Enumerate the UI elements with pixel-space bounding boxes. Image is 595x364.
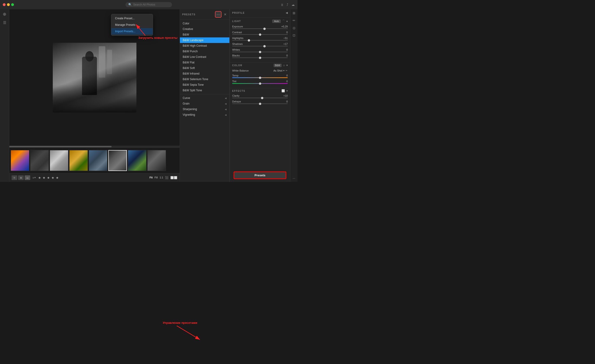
presets-list: Color Creative B&W B&W Landscape B&W Hig… bbox=[180, 20, 229, 182]
temp-track[interactable] bbox=[232, 77, 288, 78]
preset-sharpening[interactable]: Sharpening ◀ bbox=[180, 106, 229, 112]
fullscreen-button[interactable] bbox=[11, 3, 14, 6]
highlights-thumb[interactable] bbox=[248, 39, 250, 42]
grid-view-icon[interactable]: ⊞ bbox=[12, 175, 17, 180]
more-options-button[interactable]: ··· bbox=[215, 11, 221, 18]
contrast-value: 0 bbox=[286, 31, 288, 34]
highlights-track[interactable] bbox=[232, 40, 288, 41]
preset-color[interactable]: Color bbox=[180, 21, 229, 26]
clarity-track[interactable] bbox=[232, 98, 288, 98]
auto-button[interactable]: Auto bbox=[272, 20, 281, 23]
exposure-track[interactable] bbox=[232, 28, 288, 29]
filmstrip-scroll[interactable] bbox=[9, 146, 180, 147]
dehaze-track[interactable] bbox=[232, 103, 288, 104]
cloud-icon[interactable]: ☁ bbox=[291, 3, 295, 7]
temp-slider-row: Temp 0 bbox=[232, 74, 288, 78]
preset-bw-sepia[interactable]: B&W Sepia Tone bbox=[180, 82, 229, 88]
chevron-left-icon[interactable]: ◀ bbox=[286, 11, 288, 14]
contrast-thumb[interactable] bbox=[259, 34, 261, 36]
one-to-one-button[interactable]: 1:1 bbox=[160, 176, 163, 179]
single-view-icon[interactable]: ▬ bbox=[25, 175, 30, 180]
circle-icon[interactable]: ○ bbox=[283, 63, 285, 67]
preset-grain[interactable]: Grain ◀ bbox=[180, 101, 229, 106]
share-icon[interactable]: ⤴ bbox=[287, 3, 288, 7]
close-presets-button[interactable]: ✕ bbox=[223, 12, 227, 17]
create-preset-item[interactable]: Create Preset... bbox=[111, 15, 153, 21]
dehaze-thumb[interactable] bbox=[259, 103, 261, 105]
light-title: LIGHT bbox=[232, 20, 241, 22]
presets-button-container: Presets bbox=[230, 169, 290, 182]
brush-icon[interactable]: ✏ bbox=[293, 19, 295, 22]
preset-bw-low-contrast[interactable]: B&W Low Contrast bbox=[180, 54, 229, 60]
contrast-track[interactable] bbox=[232, 34, 288, 35]
eyedropper-icon[interactable]: ✒ bbox=[285, 69, 288, 72]
tint-thumb[interactable] bbox=[259, 83, 261, 85]
tint-track[interactable] bbox=[232, 83, 288, 84]
search-bar[interactable]: 🔍 bbox=[126, 2, 172, 7]
light-expand-icon[interactable]: ▾ bbox=[286, 20, 288, 23]
whites-track[interactable] bbox=[232, 52, 288, 52]
preset-bw[interactable]: B&W bbox=[180, 32, 229, 37]
adjustments-icon[interactable]: ⊞ bbox=[293, 11, 295, 15]
preset-bw-flat[interactable]: B&W Flat bbox=[180, 60, 229, 65]
preset-bw-infrared[interactable]: B&W Infrared bbox=[180, 71, 229, 77]
preset-vignetting[interactable]: Vignetting ◀ bbox=[180, 112, 229, 118]
center-content: ⊞ ▦ ▬ ≡ ▾ ★ ★ ★ ★ ★ Fit Fill 1:1 ⬛ ⬜⬜ bbox=[9, 9, 180, 182]
preset-bw-high-contrast[interactable]: B&W High Contrast bbox=[180, 43, 229, 49]
highlights-value: −51 bbox=[283, 37, 288, 40]
search-input[interactable] bbox=[133, 3, 166, 6]
preset-creative[interactable]: Creative bbox=[180, 26, 229, 32]
preset-curve[interactable]: Curve ◀ bbox=[180, 95, 229, 101]
add-icon[interactable]: ⊕ bbox=[3, 12, 6, 17]
thumbnail-2[interactable] bbox=[30, 150, 49, 171]
thumbnail-3[interactable] bbox=[50, 150, 68, 171]
square-view-icon[interactable]: ▦ bbox=[18, 175, 24, 180]
blacks-thumb[interactable] bbox=[259, 57, 261, 59]
presets-bottom-button[interactable]: Presets bbox=[234, 171, 286, 179]
manage-presets-item[interactable]: Manage Presets bbox=[111, 21, 153, 28]
fill-button[interactable]: Fill bbox=[155, 176, 158, 179]
preset-bw-split[interactable]: B&W Split Tone bbox=[180, 88, 229, 93]
import-presets-item[interactable]: Import Presets... bbox=[111, 28, 153, 35]
bw-button[interactable]: B&W bbox=[274, 64, 282, 67]
temp-thumb[interactable] bbox=[259, 77, 261, 79]
preset-bw-soft[interactable]: B&W Soft bbox=[180, 65, 229, 71]
search-icon: 🔍 bbox=[128, 3, 132, 6]
thumbnail-4[interactable] bbox=[69, 150, 88, 171]
effects-expand-icon[interactable]: ▾ bbox=[286, 89, 288, 92]
whites-thumb[interactable] bbox=[259, 51, 261, 53]
color-expand-icon[interactable]: ▾ bbox=[286, 64, 288, 67]
preset-bw-landscape[interactable]: B&W Landscape bbox=[180, 37, 229, 43]
curve-icon[interactable]: ⌒ bbox=[282, 19, 285, 23]
filter-icon[interactable]: ⧖ bbox=[281, 3, 283, 7]
heal-icon[interactable]: ◎ bbox=[293, 26, 295, 30]
close-button[interactable] bbox=[3, 3, 6, 6]
star-rating[interactable]: ★ ★ ★ ★ ★ bbox=[38, 176, 59, 180]
preset-bw-selenium[interactable]: B&W Selenium Tone bbox=[180, 77, 229, 82]
thumbnail-5[interactable] bbox=[89, 150, 107, 171]
blacks-track[interactable] bbox=[232, 57, 288, 58]
crop-tool-icon[interactable]: ⊡ bbox=[293, 34, 295, 37]
shadows-thumb[interactable] bbox=[263, 45, 266, 47]
sort-button[interactable]: ≡ ▾ bbox=[33, 176, 36, 179]
sharpening-arrow-icon: ◀ bbox=[225, 108, 227, 111]
zoom-controls: Fit Fill 1:1 ⬛ ⬜⬜ bbox=[149, 176, 177, 179]
thumbnail-8[interactable] bbox=[147, 150, 166, 171]
filmstrip-scroll-thumb[interactable] bbox=[9, 146, 112, 147]
fit-button[interactable]: Fit bbox=[149, 176, 152, 179]
compare-icon[interactable]: ⬛ bbox=[165, 176, 169, 179]
thumbnail-1[interactable] bbox=[11, 150, 29, 171]
thumbnail-7[interactable] bbox=[128, 150, 146, 171]
library-icon[interactable]: ☰ bbox=[3, 21, 6, 25]
whites-label: Whites bbox=[232, 48, 240, 51]
white-balance-dropdown[interactable]: As Shot bbox=[273, 69, 282, 72]
dots-menu-icon[interactable]: ··· bbox=[293, 176, 295, 180]
clarity-thumb[interactable] bbox=[261, 97, 263, 99]
preset-bw-punch[interactable]: B&W Punch bbox=[180, 49, 229, 54]
crop-icon[interactable]: ⬜⬜ bbox=[170, 176, 177, 179]
shadows-track[interactable] bbox=[232, 46, 288, 46]
exposure-thumb[interactable] bbox=[263, 28, 266, 30]
white-balance-value[interactable]: As Shot ▾ ✒ bbox=[273, 69, 288, 72]
minimize-button[interactable] bbox=[7, 3, 10, 6]
thumbnail-6[interactable] bbox=[108, 150, 127, 171]
